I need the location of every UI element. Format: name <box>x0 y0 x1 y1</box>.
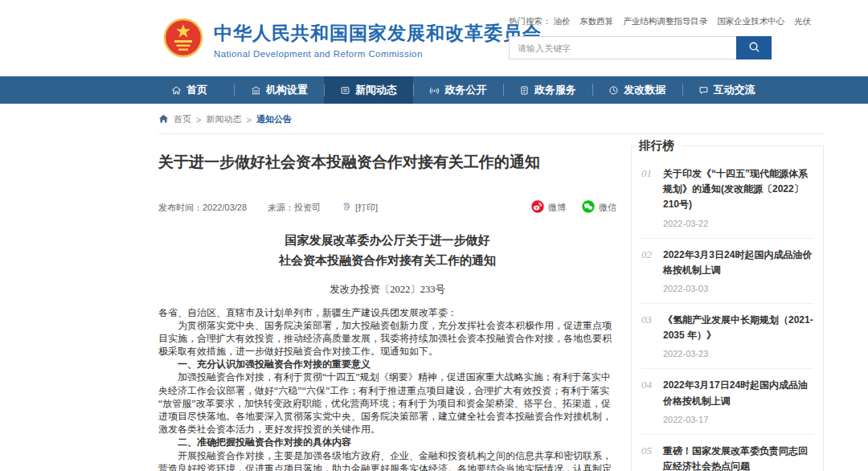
paragraph: 为贯彻落实党中央、国务院决策部署，加大投融资创新力度，充分发挥社会资本积极作用，… <box>158 319 616 358</box>
nav-item-disclosure[interactable]: 政务公开 <box>413 76 502 104</box>
ranking-item-link[interactable]: 2022年3月17日24时起国内成品油价格按机制上调 <box>663 378 813 408</box>
print-button[interactable]: [打印] <box>342 202 378 214</box>
document-body: 国家发展改革委办公厅关于进一步做好 社会资本投融资合作对接有关工作的通知 发改办… <box>158 231 616 471</box>
breadcrumb-item-news[interactable]: 新闻动态 <box>206 113 241 125</box>
ranking-item-date: 2022-03-17 <box>663 415 813 424</box>
document-icon <box>519 85 530 96</box>
publish-time: 发布时间：2022/03/28 <box>158 202 247 214</box>
ranking-item-date: 2022-03-03 <box>663 284 813 293</box>
ranking-item: 02 2022年3月3日24时起国内成品油价格按机制上调 2022-03-03 <box>641 238 813 303</box>
ranking-item: 03 《氢能产业发展中长期规划（2021-2035 年）》 2022-03-23 <box>641 303 813 368</box>
national-emblem-icon <box>163 15 203 63</box>
nav-item-data[interactable]: 发改数据 <box>592 76 682 104</box>
ranking-item-link[interactable]: 重磅！国家发展改革委负责同志回应经济社会热点问题 <box>663 444 813 471</box>
hot-search-term[interactable]: 国家企业技术中心 <box>717 16 784 26</box>
article-source: 来源：投资司 <box>268 202 321 214</box>
breadcrumb-separator: > <box>196 115 201 125</box>
broadcast-icon <box>429 85 440 96</box>
hot-search-bar: 热门搜索： 油价 东数西算 产业结构调整指导目录 国家企业技术中心 光伏 <box>509 16 798 27</box>
nav-item-label: 互动交流 <box>714 83 755 97</box>
ranking-item-link[interactable]: 关于印发《“十四五”现代能源体系规划》的通知(发改能源〔2022〕210号) <box>663 166 813 213</box>
article-meta: 发布时间：2022/03/28 来源：投资司 [打印] 微博 <box>158 200 616 215</box>
news-icon <box>340 85 350 96</box>
section-heading: 一、充分认识加强投融资合作对接的重要意义 <box>158 358 616 371</box>
ranking-box: 排行榜 01 关于印发《“十四五”现代能源体系规划》的通知(发改能源〔2022〕… <box>631 145 824 471</box>
data-icon <box>608 85 619 96</box>
page-title: 关于进一步做好社会资本投融资合作对接有关工作的通知 <box>158 152 616 173</box>
breadcrumb-item-home[interactable]: 首页 <box>174 113 191 125</box>
chat-icon <box>698 85 709 96</box>
paragraph: 开展投融资合作对接，主要是加强各级地方政府、企业、金融和投资机构之间的信息共享和… <box>158 449 616 471</box>
breadcrumb-separator: > <box>246 115 251 125</box>
ranking-item: 01 关于印发《“十四五”现代能源体系规划》的通知(发改能源〔2022〕210号… <box>641 158 813 238</box>
rank-number: 03 <box>641 313 663 358</box>
nav-item-label: 新闻动态 <box>355 83 397 97</box>
share-weibo-button[interactable]: 微博 <box>531 200 566 215</box>
weibo-label: 微博 <box>548 202 566 214</box>
rank-number: 02 <box>641 248 663 293</box>
nav-item-news[interactable]: 新闻动态 <box>324 76 413 104</box>
section-heading: 二、准确把握投融资合作对接的具体内容 <box>158 436 616 448</box>
search-input[interactable] <box>509 36 736 59</box>
rank-number: 04 <box>641 378 663 424</box>
hot-search-term[interactable]: 光伏 <box>794 16 811 26</box>
hot-search-term[interactable]: 产业结构调整指导目录 <box>623 16 707 26</box>
hot-search-term[interactable]: 油价 <box>553 16 570 26</box>
wechat-label: 微信 <box>599 202 616 214</box>
breadcrumb-item-notices[interactable]: 通知公告 <box>256 113 292 125</box>
nav-item-label: 发改数据 <box>624 83 665 97</box>
article-column: 关于进一步做好社会资本投融资合作对接有关工作的通知 发布时间：2022/03/2… <box>158 134 616 471</box>
ranking-item-link[interactable]: 2022年3月3日24时起国内成品油价格按机制上调 <box>663 248 813 278</box>
search-button[interactable] <box>736 36 772 59</box>
search-area: 热门搜索： 油价 东数西算 产业结构调整指导目录 国家企业技术中心 光伏 <box>509 16 798 59</box>
site-header: 中华人民共和国国家发展和改革委员会 National Development a… <box>0 0 868 76</box>
nav-item-org[interactable]: 机构设置 <box>234 76 323 104</box>
main-navbar: 首页 机构设置 新闻动态 政务公开 政务服务 <box>0 76 868 104</box>
main-content: 首页 > 新闻动态 > 通知公告 关于进一步做好社会资本投融资合作对接有关工作的… <box>158 104 824 471</box>
wechat-icon <box>582 200 595 215</box>
print-label: [打印] <box>355 202 378 214</box>
nav-item-label: 政务服务 <box>534 83 576 97</box>
paragraph: 各省、自治区、直辖市及计划单列市，新疆生产建设兵团发展改革委： <box>158 306 616 319</box>
bank-icon <box>251 85 261 96</box>
nav-item-label: 首页 <box>186 83 207 97</box>
site-logo-link[interactable]: 中华人民共和国国家发展和改革委员会 National Development a… <box>163 15 542 63</box>
rank-number: 01 <box>641 166 663 228</box>
printer-icon <box>342 202 351 213</box>
nav-item-label: 机构设置 <box>266 83 308 97</box>
site-title-cn: 中华人民共和国国家发展和改革委员会 <box>214 21 542 46</box>
breadcrumb-home-icon <box>158 113 169 125</box>
nav-item-interaction[interactable]: 互动交流 <box>682 76 772 104</box>
ranking-item-link[interactable]: 《氢能产业发展中长期规划（2021-2035 年）》 <box>663 313 813 343</box>
ranking-title: 排行榜 <box>636 138 682 154</box>
sidebar: 排行榜 01 关于印发《“十四五”现代能源体系规划》的通知(发改能源〔2022〕… <box>631 134 824 471</box>
breadcrumb: 首页 > 新闻动态 > 通知公告 <box>158 104 824 134</box>
hot-search-label: 热门搜索： <box>509 16 551 26</box>
site-title-en: National Development and Reform Commissi… <box>214 49 542 59</box>
ranking-item-date: 2022-03-22 <box>663 219 813 228</box>
search-icon <box>748 41 760 55</box>
ranking-item: 05 重磅！国家发展改革委负责同志回应经济社会热点问题 2022-03-07 <box>641 434 813 471</box>
document-number: 发改办投资〔2022〕233号 <box>158 283 616 297</box>
paragraph: 加强投融资合作对接，有利于贯彻“十四五”规划《纲要》精神，促进国家重大战略实施；… <box>158 371 616 436</box>
rank-number: 05 <box>641 444 663 471</box>
nav-item-label: 政务公开 <box>444 83 486 97</box>
nav-item-services[interactable]: 政务服务 <box>503 76 592 104</box>
document-title: 国家发展改革委办公厅关于进一步做好 社会资本投融资合作对接有关工作的通知 <box>158 231 616 271</box>
ranking-item: 04 2022年3月17日24时起国内成品油价格按机制上调 2022-03-17 <box>641 368 813 433</box>
share-wechat-button[interactable]: 微信 <box>582 200 616 215</box>
hot-search-term[interactable]: 东数西算 <box>579 16 613 26</box>
ranking-item-date: 2022-03-23 <box>663 349 813 358</box>
home-icon <box>171 85 182 96</box>
weibo-icon <box>531 200 544 215</box>
nav-item-home[interactable]: 首页 <box>145 76 234 104</box>
